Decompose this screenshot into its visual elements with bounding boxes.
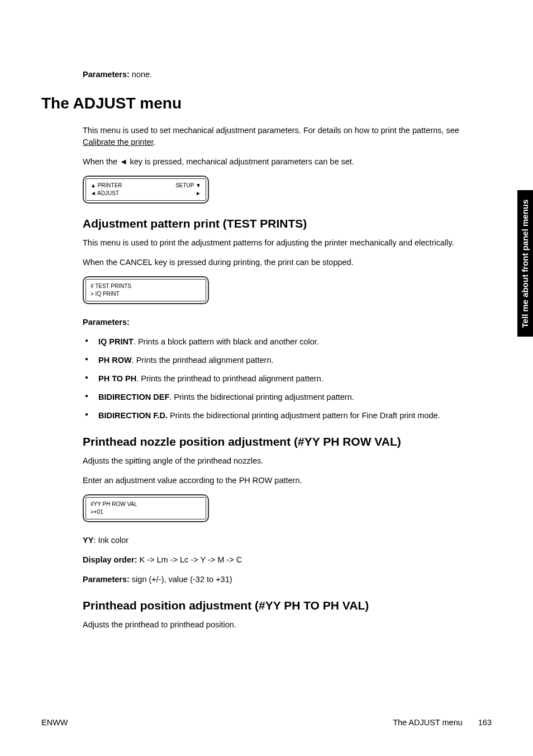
param-name: BIDIRECTION F.D. [98,411,168,420]
lcd-text-row1: #YY PH ROW VAL [91,500,137,508]
page-footer: ENWW The ADJUST menu 163 [41,718,492,727]
parameters-list: IQ PRINT. Prints a block pattern with bl… [83,336,492,422]
param-name: PH TO PH [98,374,136,383]
yy-line: YY: Ink color [83,535,492,546]
lcd-display-adjust: ▲ PRINTER SETUP ▼ ◄ ADJUST ► [83,176,209,204]
list-item: PH ROW. Prints the printhead alignment p… [83,355,492,366]
section2-parameters-line: Parameters: sign (+/-), value (-32 to +3… [83,574,492,585]
lcd-row-1: ▲ PRINTER SETUP ▼ [91,182,201,190]
param-name: IQ PRINT [98,337,134,346]
parameters-label: Parameters: [83,318,130,327]
lcd-inner: ▲ PRINTER SETUP ▼ ◄ ADJUST ► [85,178,206,201]
lcd-row-2: > IQ PRINT [91,290,201,298]
display-order-label: Display order: [83,555,137,564]
lcd-row-1: # TEST PRINTS [91,282,201,290]
lcd-inner: #YY PH ROW VAL >+01 [85,497,206,519]
calibrate-printer-link[interactable]: Calibrate the printer [83,138,154,147]
heading-test-prints: Adjustment pattern print (TEST PRINTS) [83,217,492,230]
lcd-row-2: ◄ ADJUST ► [91,190,201,197]
section2-p2: Enter an adjustment value according to t… [83,475,492,486]
display-order-value: K -> Lm -> Lc -> Y -> M -> C [137,555,242,564]
footer-title: The ADJUST menu [393,718,463,727]
param-desc: . Prints the bidirectional printing adju… [169,393,354,401]
section1-p1: This menu is used to print the adjustmen… [83,237,492,249]
footer-page-number: 163 [478,718,492,727]
intro-parameters-value: none. [130,70,152,79]
list-item: BIDIRECTION DEF. Prints the bidirectiona… [83,391,492,403]
param-desc: Prints the bidirectional printing adjust… [168,411,440,420]
list-item: PH TO PH. Prints the printhead to printh… [83,373,492,385]
display-order-line: Display order: K -> Lm -> Lc -> Y -> M -… [83,554,492,566]
heading-ph-row-val: Printhead nozzle position adjustment (#Y… [83,435,492,448]
lcd-inner: # TEST PRINTS > IQ PRINT [85,279,206,301]
intro-paragraph-1: This menu is used to set mechanical adju… [83,125,492,148]
lcd-row1-left: ▲ PRINTER [91,182,122,190]
main-content: This menu is used to set mechanical adju… [83,125,492,631]
intro-paragraph-2: When the ◄ key is pressed, mechanical ad… [83,156,492,168]
lcd-display-test-prints: # TEST PRINTS > IQ PRINT [83,276,209,304]
param-desc: . Prints a block pattern with black and … [134,337,319,346]
lcd-text-row2: > IQ PRINT [91,290,120,298]
yy-label: YY [83,536,93,545]
heading-ph-to-ph-val: Printhead position adjustment (#YY PH TO… [83,599,492,612]
section1-parameters-label: Parameters: [83,316,492,328]
sidebar-tab: Tell me about front panel menus [517,190,533,337]
intro-parameters-line: Parameters: none. [83,70,492,79]
intro-text-2a: When the [83,157,120,166]
param-name: BIDIRECTION DEF [98,393,169,401]
section2-p1: Adjusts the spitting angle of the printh… [83,455,492,467]
footer-left: ENWW [41,718,68,727]
param-desc: . Prints the printhead alignment pattern… [132,356,274,365]
yy-desc: : Ink color [93,536,129,545]
lcd-display-ph-row-val: #YY PH ROW VAL >+01 [83,494,209,522]
lcd-row1-right: SETUP ▼ [175,182,201,190]
footer-right: The ADJUST menu 163 [393,718,492,727]
intro-text-1a: This menu is used to set mechanical adju… [83,126,459,135]
page-container: Parameters: none. The ADJUST menu This m… [0,0,533,756]
parameters-value: sign (+/-), value (-32 to +31) [130,575,232,584]
sidebar-tab-text: Tell me about front panel menus [521,199,530,328]
main-heading: The ADJUST menu [41,94,492,112]
lcd-row2-right: ► [196,190,201,197]
list-item: BIDIRECTION F.D. Prints the bidirectiona… [83,410,492,422]
parameters-label: Parameters: [83,575,130,584]
intro-parameters-label: Parameters: [83,70,130,79]
param-name: PH ROW [98,356,132,365]
lcd-row-1: #YY PH ROW VAL [91,500,201,508]
lcd-row2-left: ◄ ADJUST [91,190,119,197]
left-arrow-key-icon: ◄ [120,157,127,166]
section3-p1: Adjusts the printhead to printhead posit… [83,619,492,631]
intro-text-1b: . [154,138,156,147]
lcd-row-2: >+01 [91,508,201,516]
intro-text-2b: key is pressed, mechanical adjustment pa… [127,157,354,166]
lcd-text-row1: # TEST PRINTS [91,282,131,290]
section1-p2: When the CANCEL key is pressed during pr… [83,257,492,268]
param-desc: . Prints the printhead to printhead alig… [136,374,323,383]
lcd-text-row2: >+01 [91,508,103,516]
list-item: IQ PRINT. Prints a block pattern with bl… [83,336,492,348]
